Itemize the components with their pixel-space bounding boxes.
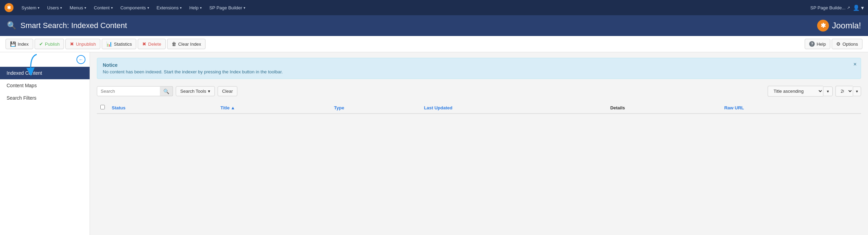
nav-components[interactable]: Components ▾ <box>117 3 153 12</box>
count-select[interactable]: 20 <box>835 86 853 97</box>
statistics-button[interactable]: 📊 Statistics <box>102 39 136 49</box>
nav-menus[interactable]: Menus ▾ <box>66 3 90 12</box>
options-button[interactable]: ⚙ Options <box>832 39 862 49</box>
navbar-items: System ▾ Users ▾ Menus ▾ Content ▾ Compo… <box>18 3 810 12</box>
nav-users[interactable]: Users ▾ <box>44 3 65 12</box>
svg-text:✱: ✱ <box>820 22 825 29</box>
sp-page-builder-link[interactable]: SP Page Builde... ↗ <box>810 5 850 10</box>
nav-system-caret: ▾ <box>38 6 39 10</box>
content-table: Status Title ▲ Type Last Updated <box>97 102 861 114</box>
sidebar-back-area: ← <box>0 52 90 67</box>
content-area: Notice No content has been indexed. Star… <box>90 52 868 235</box>
filter-bar-left: 🔍 Search Tools ▾ Clear <box>97 86 237 96</box>
title-sort-asc-icon: ▲ <box>231 105 235 110</box>
back-arrow-icon: ← <box>76 55 85 64</box>
sort-select-wrap: Title ascending ▾ <box>768 86 833 97</box>
search-input-wrap: 🔍 <box>97 86 173 96</box>
publish-icon: ✔ <box>39 41 43 47</box>
joomla-logo-icon: ✱ <box>817 19 829 32</box>
notice-text: No content has been indexed. Start the i… <box>103 69 855 74</box>
page-title: Smart Search: Indexed Content <box>20 21 127 30</box>
nav-help-caret: ▾ <box>200 6 202 10</box>
joomla-brand-icon: ✱ <box>4 3 14 12</box>
search-tools-caret-icon: ▾ <box>208 89 210 94</box>
notice-title: Notice <box>103 62 855 68</box>
col-raw-url: Raw URL <box>721 102 861 114</box>
nav-system[interactable]: System ▾ <box>18 3 43 12</box>
nav-menus-caret: ▾ <box>84 6 86 10</box>
navbar-right: SP Page Builde... ↗ 👤 ▾ <box>810 4 864 11</box>
sidebar-item-content-maps[interactable]: Content Maps <box>0 79 90 92</box>
index-button[interactable]: 💾 Index <box>6 39 33 49</box>
nav-components-caret: ▾ <box>147 6 149 10</box>
table-header-row: Status Title ▲ Type Last Updated <box>97 102 861 114</box>
top-navbar: ✱ System ▾ Users ▾ Menus ▾ Content ▾ Com… <box>0 0 868 15</box>
toolbar-left: 💾 Index ✔ Publish ✖ Unpublish 📊 Statisti… <box>6 39 205 49</box>
delete-button[interactable]: ✖ Delete <box>138 39 166 49</box>
table-header: Status Title ▲ Type Last Updated <box>97 102 861 114</box>
col-title: Title ▲ <box>217 102 330 114</box>
col-details: Details <box>607 102 721 114</box>
search-submit-button[interactable]: 🔍 <box>160 86 173 96</box>
sidebar: ← Indexed Content Content Maps Search Fi… <box>0 52 90 235</box>
user-caret-icon: ▾ <box>861 4 864 11</box>
sidebar-item-search-filters[interactable]: Search Filters <box>0 92 90 104</box>
page-header-left: 🔍 Smart Search: Indexed Content <box>7 21 127 30</box>
notice-close-button[interactable]: × <box>853 62 857 67</box>
delete-icon: ✖ <box>142 41 146 47</box>
notice-box: Notice No content has been indexed. Star… <box>97 58 861 79</box>
toolbar-right: ? Help ⚙ Options <box>805 39 862 49</box>
index-icon: 💾 <box>10 41 16 47</box>
sort-select[interactable]: Title ascending <box>768 86 823 97</box>
toolbar: 💾 Index ✔ Publish ✖ Unpublish 📊 Statisti… <box>0 36 868 52</box>
page-header: 🔍 Smart Search: Indexed Content ✱ Joomla… <box>0 15 868 36</box>
nav-content-caret: ▾ <box>111 6 113 10</box>
unpublish-button[interactable]: ✖ Unpublish <box>65 39 100 49</box>
nav-sp-page-builder[interactable]: SP Page Builder ▾ <box>206 3 249 12</box>
help-icon: ? <box>809 41 815 47</box>
navbar-brand[interactable]: ✱ <box>4 3 14 12</box>
nav-sp-caret: ▾ <box>244 6 245 10</box>
statistics-icon: 📊 <box>106 41 112 47</box>
count-select-wrap: 20 ▾ <box>835 86 861 97</box>
col-last-updated: Last Updated <box>420 102 607 114</box>
nav-content[interactable]: Content ▾ <box>90 3 116 12</box>
sort-dropdown-button[interactable]: ▾ <box>823 87 833 96</box>
sidebar-item-indexed-content[interactable]: Indexed Content <box>0 67 90 79</box>
options-icon: ⚙ <box>836 41 841 47</box>
smart-search-icon: 🔍 <box>7 21 16 30</box>
clear-index-icon: 🗑 <box>172 41 176 47</box>
filter-bar-right: Title ascending ▾ 20 ▾ <box>768 86 861 97</box>
sidebar-nav: Indexed Content Content Maps Search Filt… <box>0 67 90 104</box>
search-magnifier-icon: 🔍 <box>163 89 169 94</box>
publish-button[interactable]: ✔ Publish <box>35 39 64 49</box>
count-caret-icon: ▾ <box>856 89 858 94</box>
select-all-checkbox[interactable] <box>100 105 105 109</box>
nav-extensions[interactable]: Extensions ▾ <box>153 3 185 12</box>
user-icon: 👤 <box>853 4 860 11</box>
user-menu-button[interactable]: 👤 ▾ <box>853 4 864 11</box>
search-tools-button[interactable]: Search Tools ▾ <box>176 86 215 96</box>
select-all-col <box>97 102 108 114</box>
clear-index-button[interactable]: 🗑 Clear Index <box>167 39 205 49</box>
nav-extensions-caret: ▾ <box>180 6 182 10</box>
clear-button[interactable]: Clear <box>218 86 237 96</box>
col-status: Status <box>108 102 217 114</box>
svg-text:✱: ✱ <box>7 5 11 10</box>
unpublish-icon: ✖ <box>70 41 74 47</box>
filter-bar: 🔍 Search Tools ▾ Clear Title ascending ▾ <box>97 86 861 97</box>
main-layout: ← Indexed Content Content Maps Search Fi… <box>0 52 868 235</box>
sort-caret-icon: ▾ <box>827 89 829 94</box>
nav-users-caret: ▾ <box>60 6 62 10</box>
joomla-logo: ✱ Joomla! <box>817 19 861 32</box>
sidebar-back-button[interactable]: ← <box>76 55 85 64</box>
nav-help[interactable]: Help ▾ <box>186 3 205 12</box>
title-sort-link[interactable]: Title ▲ <box>220 105 235 110</box>
count-dropdown-button[interactable]: ▾ <box>853 87 861 96</box>
col-type: Type <box>331 102 421 114</box>
status-sort-link[interactable]: Status <box>112 105 126 110</box>
external-link-icon: ↗ <box>847 6 850 10</box>
help-button[interactable]: ? Help <box>805 39 830 49</box>
